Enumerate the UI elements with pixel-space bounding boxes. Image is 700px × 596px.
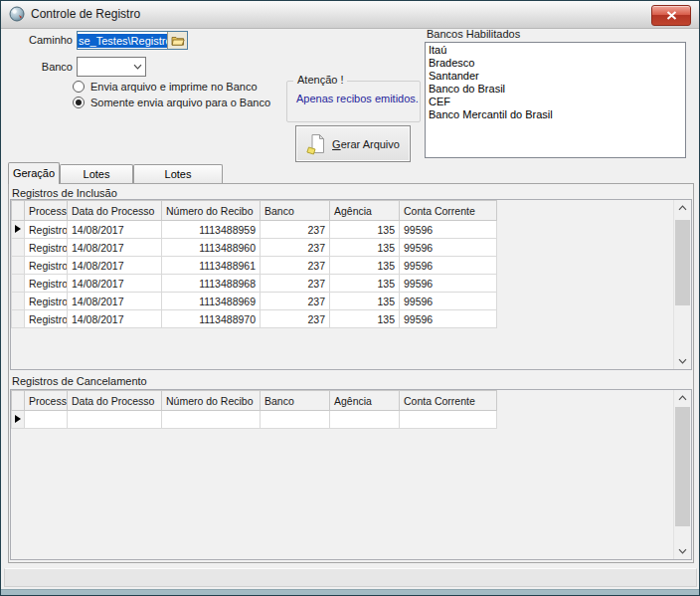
tab-geracao[interactable]: Geração bbox=[8, 162, 60, 184]
banco-label: Banco bbox=[1, 61, 73, 73]
column-header[interactable]: Conta Corrente bbox=[400, 391, 497, 411]
inclusao-grid[interactable]: ProcessoData do ProcessoNúmero do Recibo… bbox=[11, 200, 497, 328]
atencao-caption: Atenção ! bbox=[293, 74, 347, 86]
bank-list-item[interactable]: CEF bbox=[426, 96, 685, 108]
gerar-arquivo-button[interactable]: Gerar Arquivo bbox=[295, 125, 411, 162]
cell: 1113488969 bbox=[162, 293, 261, 310]
scroll-up-icon[interactable] bbox=[674, 200, 691, 216]
cell: 14/08/2017 bbox=[68, 221, 162, 239]
radio-unchecked-icon bbox=[73, 81, 85, 93]
cell: 99596 bbox=[400, 221, 497, 239]
bank-list-item[interactable]: Banco do Brasil bbox=[426, 83, 685, 96]
row-selector-header bbox=[12, 391, 25, 411]
column-header[interactable]: Banco bbox=[261, 201, 330, 221]
bank-list-item[interactable]: Itaú bbox=[426, 44, 685, 57]
open-folder-icon bbox=[171, 35, 185, 46]
table-row[interactable]: Registro14/08/2017111348896923713599596 bbox=[12, 293, 497, 310]
scrollbar-thumb[interactable] bbox=[675, 407, 690, 526]
column-header[interactable]: Número do Recibo bbox=[162, 391, 261, 411]
chevron-down-icon bbox=[129, 64, 145, 70]
cell: 237 bbox=[261, 293, 330, 310]
caminho-label: Caminho bbox=[1, 34, 73, 46]
bancos-habilitados-listbox[interactable]: ItaúBradescoSantanderBanco do BrasilCEFB… bbox=[425, 42, 686, 158]
column-header[interactable]: Processo bbox=[25, 391, 68, 411]
radio-somente-envia[interactable]: Somente envia arquivo para o Banco bbox=[73, 96, 270, 109]
cell: 14/08/2017 bbox=[68, 310, 162, 328]
table-row[interactable]: Registro14/08/2017111348897023713599596 bbox=[12, 310, 497, 328]
cell: 14/08/2017 bbox=[68, 239, 162, 257]
cell bbox=[25, 411, 68, 429]
banco-select[interactable] bbox=[77, 57, 146, 77]
table-row[interactable]: Registro14/08/2017111348895923713599596 bbox=[12, 221, 497, 239]
bank-list-item[interactable]: Bradesco bbox=[426, 57, 685, 70]
cancelamento-panel: ProcessoData do ProcessoNúmero do Recibo… bbox=[10, 389, 692, 560]
row-selector bbox=[12, 310, 25, 328]
column-header[interactable]: Processo bbox=[25, 201, 68, 221]
current-row-indicator bbox=[12, 411, 25, 429]
atencao-groupbox: Atenção ! Apenas recibos emitidos. bbox=[286, 81, 421, 122]
current-row-indicator bbox=[12, 221, 25, 239]
status-bar bbox=[4, 568, 697, 587]
scroll-down-icon[interactable] bbox=[674, 353, 691, 369]
caminho-input[interactable]: se_Testes\Registro bbox=[77, 31, 188, 50]
cell bbox=[162, 411, 261, 429]
cell bbox=[330, 411, 400, 429]
scroll-up-icon[interactable] bbox=[674, 390, 691, 406]
cell: 135 bbox=[330, 275, 400, 293]
cell: 99596 bbox=[400, 293, 497, 310]
cell: 1113488970 bbox=[162, 310, 261, 328]
inclusao-scrollbar[interactable] bbox=[673, 200, 691, 369]
tab-lotes-gerados[interactable]: Lotes Gerados bbox=[60, 164, 133, 184]
column-header[interactable]: Data do Processo bbox=[68, 391, 162, 411]
browse-folder-button[interactable] bbox=[167, 32, 187, 49]
column-header[interactable]: Agência bbox=[330, 201, 400, 221]
table-row[interactable]: Registro14/08/2017111348896123713599596 bbox=[12, 257, 497, 275]
table-row[interactable]: Registro14/08/2017111348896823713599596 bbox=[12, 275, 497, 293]
tab-lotes-cancelados[interactable]: Lotes Cancelados bbox=[133, 164, 223, 184]
bank-list-item[interactable]: Santander bbox=[426, 70, 685, 83]
row-selector bbox=[12, 275, 25, 293]
inclusao-panel: ProcessoData do ProcessoNúmero do Recibo… bbox=[10, 199, 692, 370]
column-header[interactable]: Conta Corrente bbox=[400, 201, 497, 221]
registros-cancelamento-label: Registros de Cancelamento bbox=[12, 375, 147, 387]
column-header[interactable]: Banco bbox=[261, 391, 330, 411]
cell: 135 bbox=[330, 239, 400, 257]
close-button[interactable] bbox=[651, 5, 691, 26]
table-row[interactable] bbox=[12, 411, 497, 429]
file-export-icon bbox=[306, 133, 326, 155]
row-selector bbox=[12, 239, 25, 257]
cell: 99596 bbox=[400, 257, 497, 275]
controle-de-registro-window: Controle de Registro Caminho se_Testes\R… bbox=[0, 0, 700, 596]
column-header[interactable]: Agência bbox=[330, 391, 400, 411]
table-row[interactable]: Registro14/08/2017111348896023713599596 bbox=[12, 239, 497, 257]
column-header[interactable]: Número do Recibo bbox=[162, 201, 261, 221]
cell: 237 bbox=[261, 275, 330, 293]
caminho-value: se_Testes\Registro bbox=[78, 34, 167, 48]
cell: 14/08/2017 bbox=[68, 275, 162, 293]
cell bbox=[68, 411, 162, 429]
radio-envia-imprime[interactable]: Envia arquivo e imprime no Banco bbox=[73, 80, 258, 94]
cancelamento-grid[interactable]: ProcessoData do ProcessoNúmero do Recibo… bbox=[11, 390, 497, 429]
cell: 135 bbox=[330, 221, 400, 239]
cell: Registro bbox=[25, 293, 68, 310]
cell: 237 bbox=[261, 257, 330, 275]
cell: 237 bbox=[261, 239, 330, 257]
cell: 1113488961 bbox=[162, 257, 261, 275]
scroll-down-icon[interactable] bbox=[674, 543, 691, 559]
cell bbox=[400, 411, 497, 429]
cell: 14/08/2017 bbox=[68, 293, 162, 310]
cell: Registro bbox=[25, 239, 68, 257]
column-header[interactable]: Data do Processo bbox=[68, 201, 162, 221]
app-icon bbox=[9, 6, 25, 22]
bank-list-item[interactable]: Banco Mercantil do Brasil bbox=[426, 108, 685, 121]
cell: 1113488959 bbox=[162, 221, 261, 239]
row-selector-header bbox=[12, 201, 25, 221]
cell: 1113488960 bbox=[162, 239, 261, 257]
title-bar[interactable]: Controle de Registro bbox=[1, 1, 699, 29]
scrollbar-thumb[interactable] bbox=[675, 220, 690, 305]
cell: 237 bbox=[261, 310, 330, 328]
row-selector bbox=[12, 293, 25, 310]
cancelamento-scrollbar[interactable] bbox=[673, 390, 691, 559]
window-bottom-border bbox=[1, 589, 699, 595]
bancos-habilitados-label: Bancos Habilitados bbox=[427, 28, 520, 40]
